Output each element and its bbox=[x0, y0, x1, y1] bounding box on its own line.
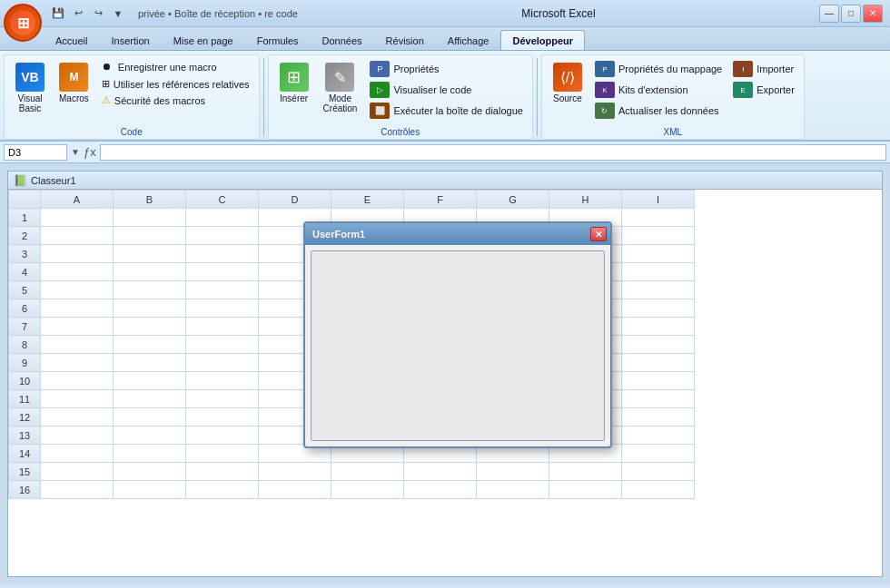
cell-D15[interactable] bbox=[259, 463, 331, 481]
cell-A13[interactable] bbox=[41, 426, 114, 445]
cell-I1[interactable] bbox=[622, 209, 695, 227]
close-button[interactable]: ✕ bbox=[863, 5, 883, 23]
proprietes-button[interactable]: P Propriétés bbox=[366, 59, 527, 79]
maximize-button[interactable]: □ bbox=[841, 5, 861, 23]
cell-C5[interactable] bbox=[186, 281, 259, 299]
actualiser-donnees-button[interactable]: ↻ Actualiser les données bbox=[591, 101, 726, 121]
col-header-c[interactable]: C bbox=[186, 191, 259, 209]
cell-A6[interactable] bbox=[41, 299, 114, 318]
cell-I5[interactable] bbox=[622, 281, 695, 299]
cell-B4[interactable] bbox=[114, 263, 186, 281]
tab-developpeur[interactable]: Développeur bbox=[500, 30, 585, 50]
cell-I11[interactable] bbox=[622, 390, 695, 408]
cell-B6[interactable] bbox=[114, 299, 186, 318]
cell-B2[interactable] bbox=[114, 227, 186, 245]
cell-H16[interactable] bbox=[549, 481, 622, 499]
cell-C14[interactable] bbox=[186, 445, 259, 463]
col-header-g[interactable]: G bbox=[477, 191, 549, 209]
visual-basic-button[interactable]: VB VisualBasic bbox=[10, 59, 50, 117]
securite-macros-button[interactable]: ⚠ Sécurité des macros bbox=[98, 93, 253, 108]
cell-C1[interactable] bbox=[186, 209, 259, 227]
cell-I3[interactable] bbox=[622, 245, 695, 263]
cell-A9[interactable] bbox=[41, 354, 114, 372]
cell-C11[interactable] bbox=[186, 390, 259, 408]
importer-button[interactable]: I Importer bbox=[729, 59, 798, 79]
row-header-12[interactable]: 12 bbox=[9, 408, 41, 426]
inserer-button[interactable]: ⊞ Insérer bbox=[274, 59, 314, 107]
cell-C13[interactable] bbox=[186, 426, 259, 445]
cell-A5[interactable] bbox=[41, 281, 114, 299]
mode-creation-button[interactable]: ✎ ModeCréation bbox=[318, 59, 363, 117]
tab-donnees[interactable]: Données bbox=[311, 30, 374, 50]
tab-affichage[interactable]: Affichage bbox=[436, 30, 501, 50]
cell-C16[interactable] bbox=[186, 481, 259, 499]
tab-formules[interactable]: Formules bbox=[245, 30, 311, 50]
cell-I6[interactable] bbox=[622, 299, 695, 318]
cell-G15[interactable] bbox=[477, 463, 549, 481]
cell-A12[interactable] bbox=[41, 408, 114, 426]
office-button[interactable]: ⊞ bbox=[4, 4, 42, 42]
cell-E15[interactable] bbox=[331, 463, 404, 481]
cell-I4[interactable] bbox=[622, 263, 695, 281]
cell-B9[interactable] bbox=[114, 354, 186, 372]
kits-extension-button[interactable]: K Kits d'extension bbox=[591, 80, 726, 100]
cell-C8[interactable] bbox=[186, 336, 259, 354]
row-header-7[interactable]: 7 bbox=[9, 318, 41, 336]
cell-I12[interactable] bbox=[622, 408, 695, 426]
row-header-16[interactable]: 16 bbox=[9, 481, 41, 499]
qa-undo-button[interactable]: ↩ bbox=[69, 5, 87, 23]
col-header-h[interactable]: H bbox=[549, 191, 622, 209]
cell-reference-box[interactable]: D3 bbox=[4, 144, 67, 161]
cell-A11[interactable] bbox=[41, 390, 114, 408]
row-header-6[interactable]: 6 bbox=[9, 299, 41, 318]
tab-insertion[interactable]: Insertion bbox=[99, 30, 161, 50]
row-header-15[interactable]: 15 bbox=[9, 463, 41, 481]
cell-C12[interactable] bbox=[186, 408, 259, 426]
cell-C7[interactable] bbox=[186, 318, 259, 336]
row-header-11[interactable]: 11 bbox=[9, 390, 41, 408]
cell-A4[interactable] bbox=[41, 263, 114, 281]
row-header-8[interactable]: 8 bbox=[9, 336, 41, 354]
cell-A1[interactable] bbox=[41, 209, 114, 227]
tab-mise-en-page[interactable]: Mise en page bbox=[162, 30, 245, 50]
cell-F15[interactable] bbox=[404, 463, 477, 481]
cell-B12[interactable] bbox=[114, 408, 186, 426]
cell-B3[interactable] bbox=[114, 245, 186, 263]
cell-A16[interactable] bbox=[41, 481, 114, 499]
cell-C2[interactable] bbox=[186, 227, 259, 245]
qa-save-button[interactable]: 💾 bbox=[49, 5, 67, 23]
cell-H15[interactable] bbox=[549, 463, 622, 481]
minimize-button[interactable]: — bbox=[819, 5, 839, 23]
cell-I7[interactable] bbox=[622, 318, 695, 336]
col-header-i[interactable]: I bbox=[622, 191, 695, 209]
cell-C3[interactable] bbox=[186, 245, 259, 263]
cell-B16[interactable] bbox=[114, 481, 186, 499]
cell-I15[interactable] bbox=[622, 463, 695, 481]
formula-fx-icon[interactable]: ƒx bbox=[84, 145, 96, 159]
cell-C10[interactable] bbox=[186, 372, 259, 390]
row-header-3[interactable]: 3 bbox=[9, 245, 41, 263]
cell-F16[interactable] bbox=[404, 481, 477, 499]
cell-B7[interactable] bbox=[114, 318, 186, 336]
cell-C4[interactable] bbox=[186, 263, 259, 281]
cell-G16[interactable] bbox=[477, 481, 549, 499]
cell-B13[interactable] bbox=[114, 426, 186, 445]
userform-close-button[interactable]: ✕ bbox=[590, 227, 607, 241]
cell-C9[interactable] bbox=[186, 354, 259, 372]
cell-C6[interactable] bbox=[186, 299, 259, 318]
row-header-5[interactable]: 5 bbox=[9, 281, 41, 299]
cell-I16[interactable] bbox=[622, 481, 695, 499]
row-header-10[interactable]: 10 bbox=[9, 372, 41, 390]
macros-button[interactable]: M Macros bbox=[54, 59, 94, 107]
cell-A14[interactable] bbox=[41, 445, 114, 463]
cell-I8[interactable] bbox=[622, 336, 695, 354]
cell-B1[interactable] bbox=[114, 209, 186, 227]
col-header-e[interactable]: E bbox=[331, 191, 404, 209]
col-header-a[interactable]: A bbox=[41, 191, 114, 209]
qa-redo-button[interactable]: ↪ bbox=[89, 5, 107, 23]
cell-A7[interactable] bbox=[41, 318, 114, 336]
cell-A10[interactable] bbox=[41, 372, 114, 390]
cell-B5[interactable] bbox=[114, 281, 186, 299]
col-header-f[interactable]: F bbox=[404, 191, 477, 209]
qa-dropdown-button[interactable]: ▼ bbox=[109, 5, 127, 23]
